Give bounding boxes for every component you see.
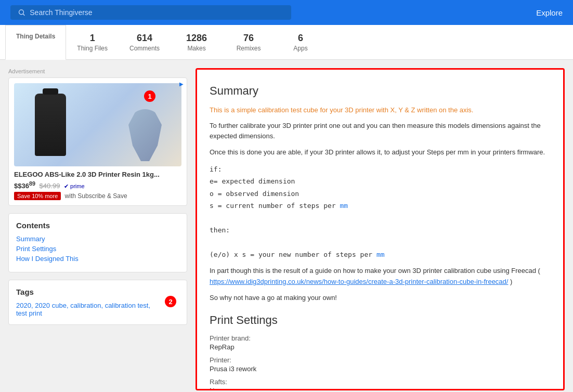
- tag-calibration-test[interactable]: calibration test: [105, 302, 149, 309]
- ad-price-original: $40.99: [40, 182, 60, 190]
- tab-apps-number: 6: [298, 33, 303, 44]
- tab-thing-details-label: Thing Details: [16, 33, 55, 40]
- code-mm-2: mm: [376, 251, 385, 258]
- ad-price-current: $$3689: [14, 182, 35, 190]
- advertisement-label: Advertisement: [8, 68, 187, 74]
- contents-title: Contents: [16, 221, 179, 230]
- tab-comments-label: Comments: [129, 45, 160, 52]
- rafts-label: Rafts:: [210, 378, 551, 386]
- tab-makes-label: Makes: [187, 45, 205, 52]
- search-icon: [18, 8, 25, 17]
- tags-title: Tags: [16, 288, 179, 296]
- header-nav: Explore: [536, 8, 563, 17]
- tag-test-print[interactable]: test print: [16, 309, 42, 317]
- ad-bottle-shape: [35, 94, 66, 156]
- summary-title: Summary: [210, 84, 551, 98]
- summary-code: if: e= expected dimension o = observed d…: [210, 163, 551, 260]
- summary-para2: Once this is done you are able, if your …: [210, 147, 551, 158]
- tab-remixes-number: 76: [243, 33, 254, 44]
- print-settings-title: Print Settings: [210, 313, 551, 327]
- printer-brand-label: Printer brand:: [210, 334, 551, 342]
- header: Explore: [0, 0, 573, 25]
- contents-box: Contents Summary Print Settings How I De…: [8, 213, 187, 272]
- ad-corner-marker: ▶: [179, 81, 184, 87]
- ad-title: ELEGOO ABS-Like 2.0 3D Printer Resin 1kg…: [14, 171, 181, 178]
- tab-thing-files[interactable]: 1 Thing Files: [66, 25, 119, 59]
- svg-point-0: [19, 10, 24, 15]
- tab-makes[interactable]: 1286 Makes: [171, 25, 223, 59]
- svg-line-1: [23, 14, 25, 16]
- annotation-badge-1: 1: [144, 90, 155, 102]
- sidebar: Advertisement 1 ▶ ELEGOO ABS-Like 2.0 3D…: [8, 68, 196, 390]
- summary-para3: In part though this is the result of a g…: [210, 266, 551, 288]
- search-input[interactable]: [30, 8, 284, 17]
- printer-value: Prusa i3 rework: [210, 365, 551, 373]
- tab-remixes-label: Remixes: [237, 45, 261, 52]
- contents-link-summary[interactable]: Summary: [16, 235, 179, 243]
- tab-comments[interactable]: 614 Comments: [119, 25, 171, 59]
- tab-apps-label: Apps: [293, 45, 307, 52]
- code-mm-1: mm: [340, 202, 348, 210]
- ad-figure-shape: [124, 109, 166, 161]
- tab-thing-files-number: 1: [90, 33, 95, 44]
- ad-save: Save 10% more with Subscribe & Save: [14, 192, 181, 200]
- tag-calibration[interactable]: calibration: [70, 302, 101, 309]
- tab-makes-number: 1286: [186, 33, 207, 44]
- tag-2020-cube[interactable]: 2020 cube: [35, 302, 67, 309]
- tags-box: 2 Tags 2020, 2020 cube, calibration, cal…: [8, 280, 187, 325]
- main-layout: Advertisement 1 ▶ ELEGOO ABS-Like 2.0 3D…: [0, 60, 573, 392]
- contents-link-how-designed[interactable]: How I Designed This: [16, 255, 179, 263]
- ad-prime-label: ✔ prime: [64, 183, 85, 189]
- tag-2020[interactable]: 2020: [16, 302, 31, 309]
- tab-comments-number: 614: [137, 33, 152, 44]
- tabs-bar: Thing Details 1 Thing Files 614 Comments…: [0, 25, 573, 60]
- print-settings-section: Print Settings Printer brand: RepRap Pri…: [210, 313, 551, 390]
- tab-remixes[interactable]: 76 Remixes: [223, 25, 275, 59]
- tag-links: 2020, 2020 cube, calibration, calibratio…: [16, 302, 179, 317]
- ad-save-badge: Save 10% more: [14, 192, 61, 200]
- advertisement-box: 1 ▶ ELEGOO ABS-Like 2.0 3D Printer Resin…: [8, 77, 187, 206]
- printer-brand-value: RepRap: [210, 343, 551, 351]
- explore-link[interactable]: Explore: [536, 8, 563, 17]
- summary-para4: So why not have a go at making your own!: [210, 293, 551, 304]
- ad-price: $$3689 $40.99 ✔ prime: [14, 180, 181, 190]
- tab-thing-details[interactable]: Thing Details: [5, 25, 66, 60]
- ad-save-text: with Subscribe & Save: [65, 192, 127, 200]
- ad-image: 1: [14, 83, 181, 166]
- tab-thing-files-label: Thing Files: [77, 45, 108, 52]
- summary-section: Summary This is a simple calibration tes…: [210, 84, 551, 303]
- printer-label: Printer:: [210, 356, 551, 364]
- summary-intro: This is a simple calibration test cube f…: [210, 105, 551, 115]
- freecad-link[interactable]: https://www.idig3dprinting.co.uk/news/ho…: [210, 278, 508, 285]
- summary-para1: To further calibrate your 3D printer pri…: [210, 121, 551, 142]
- tab-apps[interactable]: 6 Apps: [275, 25, 327, 59]
- main-content: Summary This is a simple calibration tes…: [196, 68, 565, 390]
- contents-link-print-settings[interactable]: Print Settings: [16, 245, 179, 253]
- rafts-value: No: [210, 387, 551, 390]
- search-bar[interactable]: [10, 5, 291, 20]
